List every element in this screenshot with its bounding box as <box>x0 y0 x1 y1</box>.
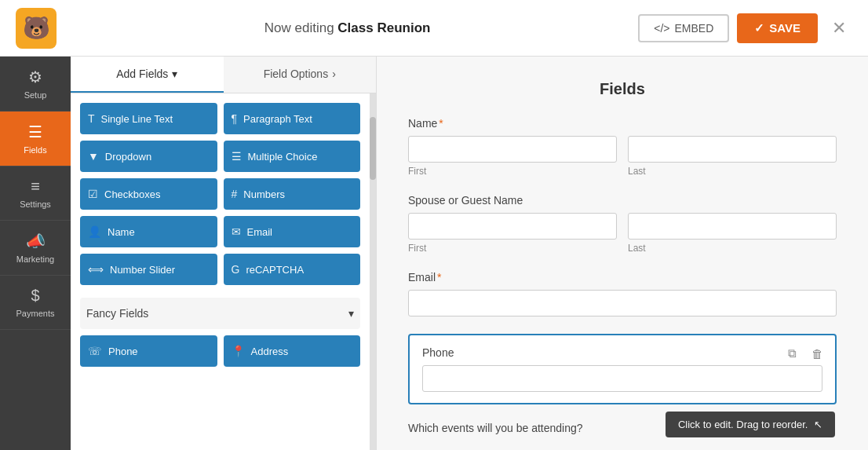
name-icon: 👤 <box>88 225 101 238</box>
fancy-fields-title: Fancy Fields <box>86 307 148 320</box>
field-label-email: Email <box>247 226 273 238</box>
payments-icon: $ <box>31 287 39 305</box>
fancy-fields-section: Fancy Fields ▾ ☏ Phone 📍 Address <box>80 298 360 367</box>
name-section: Name* First Last <box>408 117 837 177</box>
sidebar-item-setup[interactable]: ⚙ Setup <box>0 57 71 112</box>
spouse-first-input[interactable] <box>408 213 617 240</box>
phone-copy-button[interactable]: ⧉ <box>782 343 802 364</box>
form-preview: Fields Name* First Last Spouse or Guest … <box>377 57 868 450</box>
copy-icon: ⧉ <box>788 346 797 360</box>
field-label-checkboxes: Checkboxes <box>104 188 161 200</box>
fields-panel: Add Fields ▾ Field Options › T Single Li… <box>71 57 377 450</box>
tab-add-fields[interactable]: Add Fields ▾ <box>71 57 224 93</box>
phone-label: Phone <box>422 346 822 359</box>
multiple-choice-icon: ☰ <box>232 150 242 163</box>
name-row: First Last <box>408 136 837 177</box>
name-last-col: Last <box>628 136 837 177</box>
field-grid: T Single Line Text ¶ Paragraph Text ▼ Dr… <box>80 103 360 285</box>
field-btn-recaptcha[interactable]: G reCAPTCHA <box>224 254 361 285</box>
spouse-first-sublabel: First <box>408 243 617 254</box>
field-btn-phone[interactable]: ☏ Phone <box>80 335 217 367</box>
field-btn-checkboxes[interactable]: ☑ Checkboxes <box>80 178 217 210</box>
slider-icon: ⟺ <box>88 263 104 276</box>
dropdown-icon: ▼ <box>88 150 99 163</box>
spouse-last-input[interactable] <box>628 213 837 240</box>
email-required-star: * <box>437 271 441 284</box>
field-options-label: Field Options <box>264 68 328 80</box>
field-btn-email[interactable]: ✉ Email <box>224 216 361 247</box>
field-label-address: Address <box>251 346 289 357</box>
name-first-input[interactable] <box>408 136 617 163</box>
fields-icon: ☰ <box>28 123 42 141</box>
email-label: Email* <box>408 271 837 284</box>
tab-bar: Add Fields ▾ Field Options › <box>71 57 376 93</box>
field-label-numbers: Numbers <box>243 188 285 200</box>
email-icon: ✉ <box>232 225 241 238</box>
phone-section[interactable]: ⧉ 🗑 Phone Click to edit. Drag to reorder… <box>408 334 837 404</box>
cursor-icon: ↖ <box>814 419 822 430</box>
spouse-last-col: Last <box>628 213 837 254</box>
sidebar-label-payments: Payments <box>16 309 55 318</box>
spouse-first-col: First <box>408 213 617 254</box>
editing-title: Now editing Class Reunion <box>264 20 431 36</box>
main-layout: ⚙ Setup ☰ Fields ≡ Settings 📣 Marketing … <box>0 57 868 450</box>
fancy-fields-header[interactable]: Fancy Fields ▾ <box>80 298 360 329</box>
field-label-name: Name <box>108 226 135 238</box>
name-first-col: First <box>408 136 617 177</box>
phone-delete-button[interactable]: 🗑 <box>807 343 827 364</box>
sidebar-item-fields[interactable]: ☰ Fields <box>0 112 71 166</box>
name-label-text: Name <box>408 117 437 130</box>
scrollbar[interactable] <box>370 93 376 450</box>
recaptcha-icon: G <box>232 263 240 276</box>
sidebar-label-settings: Settings <box>20 199 51 209</box>
name-last-input[interactable] <box>628 136 837 163</box>
logo-area: 🐻 <box>16 8 57 49</box>
embed-code-icon: </> <box>654 22 669 35</box>
spouse-last-sublabel: Last <box>628 243 837 254</box>
name-label: Name* <box>408 117 837 130</box>
phone-input[interactable] <box>422 365 822 392</box>
field-btn-paragraph[interactable]: ¶ Paragraph Text <box>224 103 361 134</box>
save-button[interactable]: ✓ SAVE <box>737 13 818 43</box>
phone-actions: ⧉ 🗑 <box>782 343 827 364</box>
tab-field-options[interactable]: Field Options › <box>224 57 377 93</box>
spouse-section: Spouse or Guest Name First Last <box>408 194 837 254</box>
embed-label: EMBED <box>674 22 713 35</box>
field-btn-numbers[interactable]: # Numbers <box>224 178 361 210</box>
close-icon: ✕ <box>832 18 846 38</box>
field-options-arrow: › <box>332 68 336 80</box>
field-btn-dropdown[interactable]: ▼ Dropdown <box>80 141 217 172</box>
field-label-single-line: Single Line Text <box>101 113 173 125</box>
settings-icon: ≡ <box>31 177 40 196</box>
numbers-icon: # <box>232 188 238 200</box>
field-btn-single-line[interactable]: T Single Line Text <box>80 103 217 134</box>
embed-button[interactable]: </> EMBED <box>638 14 729 42</box>
editing-prefix: Now editing <box>264 20 338 35</box>
phone-icon: ☏ <box>88 345 102 357</box>
email-input[interactable] <box>408 290 837 316</box>
sidebar-item-payments[interactable]: $ Payments <box>0 276 71 330</box>
save-check-icon: ✓ <box>754 21 764 35</box>
sidebar-label-fields: Fields <box>24 145 46 155</box>
sidebar-item-marketing[interactable]: 📣 Marketing <box>0 221 71 276</box>
checkboxes-icon: ☑ <box>88 188 98 200</box>
spouse-label: Spouse or Guest Name <box>408 194 837 207</box>
field-label-multiple-choice: Multiple Choice <box>248 151 318 163</box>
sidebar-label-setup: Setup <box>24 90 47 100</box>
sidebar-item-settings[interactable]: ≡ Settings <box>0 166 71 221</box>
trash-icon: 🗑 <box>811 347 823 360</box>
add-fields-arrow: ▾ <box>172 68 177 80</box>
required-star: * <box>439 117 443 130</box>
tooltip-box: Click to edit. Drag to reorder. ↖ <box>666 412 835 437</box>
sidebar-label-marketing: Marketing <box>16 254 54 264</box>
field-btn-name[interactable]: 👤 Name <box>80 216 217 247</box>
field-btn-multiple-choice[interactable]: ☰ Multiple Choice <box>224 141 361 172</box>
fields-scroll[interactable]: T Single Line Text ¶ Paragraph Text ▼ Dr… <box>71 93 370 450</box>
paragraph-icon: ¶ <box>232 112 238 125</box>
field-btn-address[interactable]: 📍 Address <box>224 335 361 367</box>
field-btn-number-slider[interactable]: ⟺ Number Slider <box>80 254 217 285</box>
marketing-icon: 📣 <box>26 232 46 251</box>
top-bar: 🐻 Now editing Class Reunion </> EMBED ✓ … <box>0 0 868 57</box>
bear-emoji: 🐻 <box>23 15 50 41</box>
close-button[interactable]: ✕ <box>826 15 852 42</box>
